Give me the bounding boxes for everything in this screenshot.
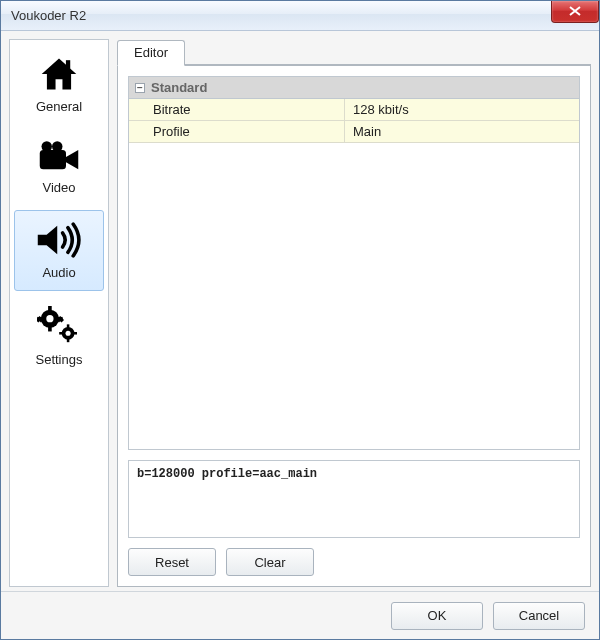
window: Voukoder R2 General (0, 0, 600, 640)
property-group-label: Standard (151, 80, 207, 95)
sidebar-item-settings[interactable]: Settings (14, 295, 104, 378)
clear-button[interactable]: Clear (226, 548, 314, 576)
sidebar-item-label: Audio (42, 265, 75, 280)
svg-rect-16 (67, 324, 70, 328)
property-name: Profile (129, 121, 345, 142)
svg-rect-7 (48, 326, 52, 331)
property-row-bitrate[interactable]: Bitrate 128 kbit/s (129, 99, 579, 121)
home-icon (38, 55, 80, 93)
gears-icon (37, 306, 81, 346)
svg-rect-19 (73, 332, 77, 335)
svg-rect-6 (48, 306, 52, 311)
svg-point-15 (66, 331, 71, 336)
client-area: General Video (1, 31, 599, 639)
dialog-footer: OK Cancel (1, 591, 599, 639)
tab-page-editor: − Standard Bitrate 128 kbit/s Profile Ma… (117, 65, 591, 587)
sidebar: General Video (9, 39, 109, 587)
tab-bar: Editor (117, 39, 591, 65)
svg-point-2 (42, 141, 53, 152)
property-name: Bitrate (129, 99, 345, 120)
property-row-profile[interactable]: Profile Main (129, 121, 579, 143)
tab-underline (117, 64, 591, 65)
parameter-string-box[interactable]: b=128000 profile=aac_main (128, 460, 580, 538)
svg-rect-17 (67, 338, 70, 342)
cancel-button[interactable]: Cancel (493, 602, 585, 630)
sidebar-item-label: Video (42, 180, 75, 195)
close-button[interactable] (551, 1, 599, 23)
svg-rect-0 (66, 60, 70, 69)
svg-rect-18 (59, 332, 63, 335)
right-panel: Editor − Standard Bitrate 128 kbit/s (117, 39, 591, 587)
close-icon (569, 4, 581, 19)
editor-button-row: Reset Clear (128, 548, 580, 576)
svg-point-5 (46, 315, 53, 322)
video-camera-icon (38, 140, 80, 174)
property-value[interactable]: 128 kbit/s (345, 102, 579, 117)
title-bar: Voukoder R2 (1, 1, 599, 31)
sidebar-item-general[interactable]: General (14, 44, 104, 125)
reset-button[interactable]: Reset (128, 548, 216, 576)
tab-editor[interactable]: Editor (117, 40, 185, 66)
sidebar-item-video[interactable]: Video (14, 129, 104, 206)
main-row: General Video (1, 31, 599, 591)
ok-button[interactable]: OK (391, 602, 483, 630)
tab-label: Editor (134, 45, 168, 60)
svg-point-3 (52, 141, 63, 152)
sidebar-item-label: General (36, 99, 82, 114)
collapse-icon[interactable]: − (135, 83, 145, 93)
sidebar-item-audio[interactable]: Audio (14, 210, 104, 291)
window-title: Voukoder R2 (11, 8, 86, 23)
property-group-header[interactable]: − Standard (129, 77, 579, 99)
property-grid: − Standard Bitrate 128 kbit/s Profile Ma… (128, 76, 580, 450)
property-grid-empty-area (129, 143, 579, 449)
property-value[interactable]: Main (345, 124, 579, 139)
parameter-string-text: b=128000 profile=aac_main (137, 467, 317, 481)
sidebar-item-label: Settings (36, 352, 83, 367)
svg-rect-1 (40, 150, 66, 169)
speaker-icon (36, 221, 82, 259)
